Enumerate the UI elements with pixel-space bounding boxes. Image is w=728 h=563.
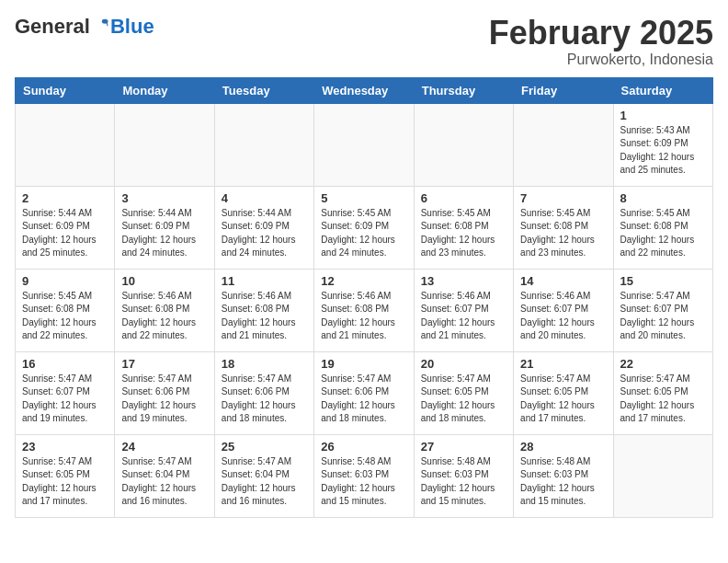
calendar-day-cell: 19Sunrise: 5:47 AM Sunset: 6:06 PM Dayli… bbox=[314, 351, 414, 434]
day-info: Sunrise: 5:46 AM Sunset: 6:08 PM Dayligh… bbox=[121, 290, 207, 343]
day-info: Sunrise: 5:45 AM Sunset: 6:09 PM Dayligh… bbox=[321, 207, 406, 260]
day-number: 28 bbox=[520, 440, 606, 454]
day-number: 4 bbox=[222, 191, 307, 205]
calendar-day-cell: 6Sunrise: 5:45 AM Sunset: 6:08 PM Daylig… bbox=[414, 186, 513, 269]
calendar-day-cell bbox=[16, 103, 115, 186]
day-info: Sunrise: 5:47 AM Sunset: 6:05 PM Dayligh… bbox=[421, 373, 506, 426]
day-info: Sunrise: 5:47 AM Sunset: 6:04 PM Dayligh… bbox=[222, 455, 307, 509]
day-number: 13 bbox=[421, 274, 506, 288]
col-header-tuesday: Tuesday bbox=[214, 77, 313, 103]
day-number: 26 bbox=[321, 440, 406, 454]
calendar-day-cell bbox=[314, 103, 414, 186]
day-number: 8 bbox=[620, 191, 706, 205]
calendar-day-cell: 1Sunrise: 5:43 AM Sunset: 6:09 PM Daylig… bbox=[613, 103, 712, 186]
day-info: Sunrise: 5:46 AM Sunset: 6:08 PM Dayligh… bbox=[321, 290, 406, 343]
calendar-day-cell: 20Sunrise: 5:47 AM Sunset: 6:05 PM Dayli… bbox=[414, 351, 513, 434]
col-header-wednesday: Wednesday bbox=[314, 77, 414, 103]
day-number: 19 bbox=[321, 357, 406, 371]
location-subtitle: Purwokerto, Indonesia bbox=[489, 52, 713, 68]
page-header: General Blue February 2025 Purwokerto, I… bbox=[15, 15, 713, 68]
svg-point-0 bbox=[102, 19, 108, 24]
month-title: February 2025 bbox=[489, 15, 713, 52]
day-info: Sunrise: 5:47 AM Sunset: 6:07 PM Dayligh… bbox=[620, 290, 706, 343]
day-info: Sunrise: 5:47 AM Sunset: 6:06 PM Dayligh… bbox=[222, 373, 307, 426]
logo-blue-text: Blue bbox=[110, 15, 154, 39]
calendar-day-cell: 18Sunrise: 5:47 AM Sunset: 6:06 PM Dayli… bbox=[214, 351, 313, 434]
day-number: 6 bbox=[421, 191, 506, 205]
calendar-day-cell: 26Sunrise: 5:48 AM Sunset: 6:03 PM Dayli… bbox=[314, 434, 414, 517]
col-header-thursday: Thursday bbox=[414, 77, 513, 103]
day-number: 24 bbox=[121, 440, 207, 454]
day-number: 18 bbox=[222, 357, 307, 371]
calendar-day-cell: 3Sunrise: 5:44 AM Sunset: 6:09 PM Daylig… bbox=[115, 186, 214, 269]
logo: General Blue bbox=[15, 15, 154, 39]
day-info: Sunrise: 5:48 AM Sunset: 6:03 PM Dayligh… bbox=[520, 455, 606, 509]
title-section: February 2025 Purwokerto, Indonesia bbox=[489, 15, 713, 68]
calendar-day-cell: 12Sunrise: 5:46 AM Sunset: 6:08 PM Dayli… bbox=[314, 269, 414, 351]
day-number: 5 bbox=[321, 191, 406, 205]
day-number: 17 bbox=[121, 357, 207, 371]
calendar-day-cell bbox=[514, 103, 613, 186]
day-info: Sunrise: 5:45 AM Sunset: 6:08 PM Dayligh… bbox=[520, 207, 606, 260]
day-number: 23 bbox=[22, 440, 108, 454]
calendar-day-cell bbox=[613, 434, 712, 517]
calendar-day-cell: 24Sunrise: 5:47 AM Sunset: 6:04 PM Dayli… bbox=[115, 434, 214, 517]
day-number: 15 bbox=[620, 274, 706, 288]
calendar-table: SundayMondayTuesdayWednesdayThursdayFrid… bbox=[15, 77, 713, 518]
day-number: 10 bbox=[121, 274, 207, 288]
day-number: 25 bbox=[222, 440, 307, 454]
calendar-day-cell: 13Sunrise: 5:46 AM Sunset: 6:07 PM Dayli… bbox=[414, 269, 513, 351]
day-number: 11 bbox=[222, 274, 307, 288]
col-header-sunday: Sunday bbox=[16, 77, 115, 103]
calendar-day-cell: 10Sunrise: 5:46 AM Sunset: 6:08 PM Dayli… bbox=[115, 269, 214, 351]
day-info: Sunrise: 5:47 AM Sunset: 6:05 PM Dayligh… bbox=[620, 373, 706, 426]
logo-bird-icon bbox=[92, 17, 110, 36]
day-number: 14 bbox=[520, 274, 606, 288]
day-number: 9 bbox=[22, 274, 108, 288]
day-info: Sunrise: 5:46 AM Sunset: 6:07 PM Dayligh… bbox=[421, 290, 506, 343]
day-number: 1 bbox=[620, 109, 706, 122]
calendar-week-row: 9Sunrise: 5:45 AM Sunset: 6:08 PM Daylig… bbox=[16, 269, 713, 351]
calendar-week-row: 23Sunrise: 5:47 AM Sunset: 6:05 PM Dayli… bbox=[16, 434, 713, 517]
calendar-day-cell: 4Sunrise: 5:44 AM Sunset: 6:09 PM Daylig… bbox=[214, 186, 313, 269]
calendar-day-cell: 21Sunrise: 5:47 AM Sunset: 6:05 PM Dayli… bbox=[514, 351, 613, 434]
calendar-day-cell: 15Sunrise: 5:47 AM Sunset: 6:07 PM Dayli… bbox=[613, 269, 712, 351]
day-number: 27 bbox=[421, 440, 506, 454]
day-number: 2 bbox=[22, 191, 108, 205]
col-header-friday: Friday bbox=[514, 77, 613, 103]
col-header-monday: Monday bbox=[115, 77, 214, 103]
day-number: 16 bbox=[22, 357, 108, 371]
day-number: 20 bbox=[421, 357, 506, 371]
day-number: 12 bbox=[321, 274, 406, 288]
calendar-day-cell: 8Sunrise: 5:45 AM Sunset: 6:08 PM Daylig… bbox=[613, 186, 712, 269]
calendar-day-cell: 2Sunrise: 5:44 AM Sunset: 6:09 PM Daylig… bbox=[16, 186, 115, 269]
day-info: Sunrise: 5:48 AM Sunset: 6:03 PM Dayligh… bbox=[321, 455, 406, 509]
calendar-week-row: 16Sunrise: 5:47 AM Sunset: 6:07 PM Dayli… bbox=[16, 351, 713, 434]
calendar-day-cell: 7Sunrise: 5:45 AM Sunset: 6:08 PM Daylig… bbox=[514, 186, 613, 269]
day-info: Sunrise: 5:45 AM Sunset: 6:08 PM Dayligh… bbox=[620, 207, 706, 260]
day-info: Sunrise: 5:44 AM Sunset: 6:09 PM Dayligh… bbox=[22, 207, 108, 260]
calendar-day-cell: 9Sunrise: 5:45 AM Sunset: 6:08 PM Daylig… bbox=[16, 269, 115, 351]
day-info: Sunrise: 5:45 AM Sunset: 6:08 PM Dayligh… bbox=[421, 207, 506, 260]
calendar-day-cell bbox=[414, 103, 513, 186]
day-number: 21 bbox=[520, 357, 606, 371]
calendar-day-cell bbox=[214, 103, 313, 186]
day-info: Sunrise: 5:46 AM Sunset: 6:07 PM Dayligh… bbox=[520, 290, 606, 343]
day-info: Sunrise: 5:47 AM Sunset: 6:06 PM Dayligh… bbox=[121, 373, 207, 426]
day-number: 3 bbox=[121, 191, 207, 205]
day-info: Sunrise: 5:47 AM Sunset: 6:04 PM Dayligh… bbox=[121, 455, 207, 509]
calendar-day-cell: 27Sunrise: 5:48 AM Sunset: 6:03 PM Dayli… bbox=[414, 434, 513, 517]
day-info: Sunrise: 5:44 AM Sunset: 6:09 PM Dayligh… bbox=[222, 207, 307, 260]
calendar-day-cell: 22Sunrise: 5:47 AM Sunset: 6:05 PM Dayli… bbox=[613, 351, 712, 434]
calendar-day-cell: 17Sunrise: 5:47 AM Sunset: 6:06 PM Dayli… bbox=[115, 351, 214, 434]
day-info: Sunrise: 5:45 AM Sunset: 6:08 PM Dayligh… bbox=[22, 290, 108, 343]
day-number: 22 bbox=[620, 357, 706, 371]
calendar-day-cell: 16Sunrise: 5:47 AM Sunset: 6:07 PM Dayli… bbox=[16, 351, 115, 434]
calendar-day-cell: 14Sunrise: 5:46 AM Sunset: 6:07 PM Dayli… bbox=[514, 269, 613, 351]
calendar-day-cell: 28Sunrise: 5:48 AM Sunset: 6:03 PM Dayli… bbox=[514, 434, 613, 517]
day-info: Sunrise: 5:47 AM Sunset: 6:06 PM Dayligh… bbox=[321, 373, 406, 426]
day-info: Sunrise: 5:48 AM Sunset: 6:03 PM Dayligh… bbox=[421, 455, 506, 509]
day-info: Sunrise: 5:47 AM Sunset: 6:05 PM Dayligh… bbox=[520, 373, 606, 426]
col-header-saturday: Saturday bbox=[613, 77, 712, 103]
day-info: Sunrise: 5:47 AM Sunset: 6:07 PM Dayligh… bbox=[22, 373, 108, 426]
